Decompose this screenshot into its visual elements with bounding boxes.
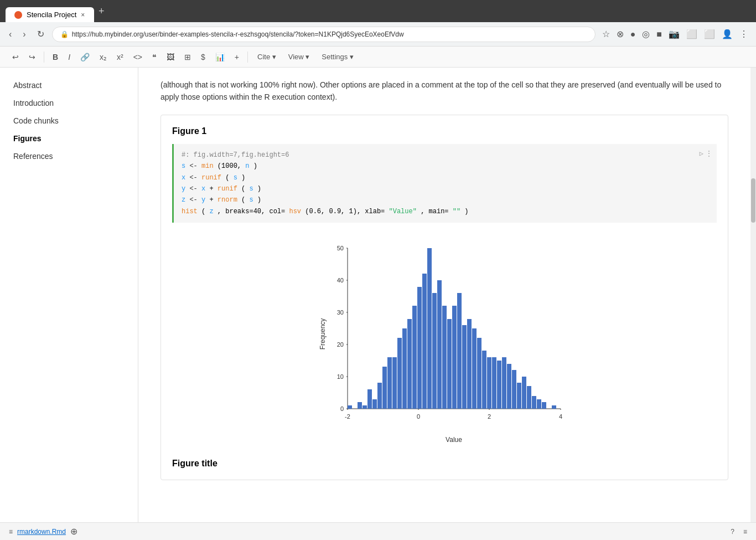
svg-text:0: 0 [340,405,344,412]
icon8[interactable]: 👤 [719,27,735,42]
svg-rect-56 [527,386,531,409]
svg-rect-44 [467,319,472,409]
sidebar-item-references[interactable]: References [0,147,138,165]
toolbar-sep-1 [44,52,44,63]
svg-rect-58 [537,399,541,409]
svg-rect-54 [517,383,521,409]
tab-close-button[interactable]: × [81,11,85,19]
url-display: https://hub.mybinder.org/user/binder-exa… [72,30,404,38]
sidebar-item-code-chunks[interactable]: Code chunks [0,112,138,130]
table-button[interactable]: ⊞ [181,51,194,63]
svg-text:30: 30 [337,309,344,316]
italic-button[interactable]: I [65,51,74,63]
scrollbar[interactable] [750,68,756,522]
svg-rect-48 [487,357,491,409]
sidebar-item-figures[interactable]: Figures [0,130,138,147]
svg-rect-20 [348,405,352,409]
math-button[interactable]: $ [198,51,209,63]
address-bar-row: ‹ › ↻ 🔒 https://hub.mybinder.org/user/bi… [0,22,756,47]
code-line-1: s <- min (1000, n ) [182,161,709,172]
sidebar-item-abstract[interactable]: Abstract [0,76,138,94]
add-file-button[interactable]: ⊕ [70,526,77,537]
status-left: ≡ rmarkdown.Rmd ⊕ [9,526,77,537]
icon4[interactable]: ■ [654,27,664,42]
svg-rect-55 [522,377,526,409]
icon3[interactable]: ◎ [640,27,652,42]
new-tab-button[interactable]: + [94,6,109,17]
chart-button[interactable]: 📊 [212,51,228,63]
content-area[interactable]: (although that is not working 100% right… [138,68,750,522]
icon2[interactable]: ● [628,27,638,42]
svg-rect-47 [482,351,486,409]
active-tab[interactable]: Stencila Project × [6,7,94,22]
subscript-button[interactable]: x₂ [96,51,110,63]
svg-rect-57 [532,396,536,409]
forward-button[interactable]: › [19,27,29,42]
more-icon[interactable]: ⋮ [706,148,712,160]
svg-rect-41 [452,306,457,409]
figure-title: Figure 1 [172,126,717,136]
quote-button[interactable]: ❝ [149,51,160,63]
star-icon[interactable]: ☆ [600,27,612,42]
reload-button[interactable]: ↻ [34,27,48,42]
svg-rect-43 [462,325,467,409]
icon7[interactable]: ⬜ [702,27,717,42]
code-line-5: hist ( z , breaks=40, col= hsv (0.6, 0.9… [182,206,709,217]
file-icon: ≡ [9,528,13,536]
tab-title: Stencila Project [27,11,76,19]
sidebar-item-introduction[interactable]: Introduction [0,94,138,112]
icon1[interactable]: ⊗ [614,27,626,42]
svg-text:0: 0 [417,413,420,420]
file-name[interactable]: rmarkdown.Rmd [17,528,66,536]
sidebar: Abstract Introduction Code chunks Figure… [0,68,138,522]
code-block[interactable]: ▷ ⋮ #: fig.width=7,fig.height=6 s <- min… [172,144,717,223]
figure-card: Figure 1 ▷ ⋮ #: fig.width=7,fig.height=6… [160,115,728,480]
help-icon[interactable]: ? [731,528,734,536]
y-axis-label: Frequency [319,318,327,350]
svg-rect-50 [497,361,501,409]
icon5[interactable]: 📷 [666,27,682,42]
svg-rect-53 [512,370,516,409]
address-bar[interactable]: 🔒 https://hub.mybinder.org/user/binder-e… [52,27,596,42]
svg-text:50: 50 [337,245,344,251]
tab-favicon [14,11,22,19]
svg-rect-42 [457,293,462,409]
code-actions: ▷ ⋮ [700,148,712,160]
main-layout: Abstract Introduction Code chunks Figure… [0,68,756,522]
svg-rect-38 [437,280,442,409]
svg-rect-40 [447,319,452,409]
svg-rect-60 [552,405,556,409]
run-icon[interactable]: ▷ [700,148,703,160]
image-button[interactable]: 🖼 [163,51,178,63]
svg-rect-52 [507,364,511,409]
superscript-button[interactable]: x² [113,51,127,63]
add-button[interactable]: + [231,51,242,63]
svg-rect-32 [407,319,412,409]
settings-dropdown[interactable]: Settings ▾ [317,51,358,63]
status-right: ? ≡ [731,528,747,536]
link-button[interactable]: 🔗 [77,51,93,63]
back-button[interactable]: ‹ [6,27,15,42]
view-dropdown[interactable]: View ▾ [284,51,314,63]
scrollbar-thumb[interactable] [751,178,755,223]
svg-text:4: 4 [559,413,562,420]
cite-dropdown[interactable]: Cite ▾ [253,51,281,63]
svg-text:-2: -2 [345,413,350,420]
x-axis-label: Value [446,436,462,444]
svg-rect-28 [387,357,392,409]
bold-button[interactable]: B [49,51,61,63]
svg-rect-46 [477,338,481,409]
undo-button[interactable]: ↩ [9,51,22,63]
menu-icon[interactable]: ≡ [743,528,747,536]
toolbar-sep-2 [247,52,248,63]
svg-text:2: 2 [488,413,491,420]
redo-button[interactable]: ↪ [25,51,39,63]
code-button[interactable]: <> [130,51,146,63]
icon6[interactable]: ⬜ [684,27,700,42]
svg-rect-45 [472,328,477,409]
svg-rect-51 [502,357,506,409]
svg-rect-30 [397,338,402,409]
svg-rect-37 [432,293,437,409]
svg-rect-49 [492,357,496,409]
more-button[interactable]: ⋮ [737,27,750,42]
